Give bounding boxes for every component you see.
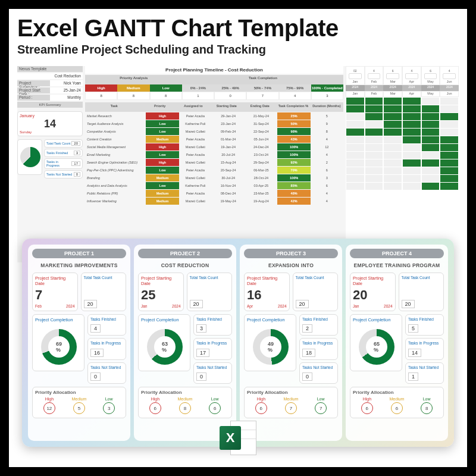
finished-label: Tasks Finished bbox=[196, 317, 229, 322]
gantt-row bbox=[346, 152, 459, 159]
cell-completion: 92% bbox=[277, 159, 310, 166]
priority-med-label: Medium bbox=[117, 84, 149, 92]
project-card: PROJECT 3 EXPANSION INTO Project Startin… bbox=[240, 245, 342, 441]
plan-title: Project Planning Timeline - Cost Reducti… bbox=[85, 66, 343, 74]
task-table: Task Priority Assigned to Starting Date … bbox=[85, 102, 343, 205]
completion-panel: Project Completion 69% bbox=[32, 314, 84, 371]
supervisor-value[interactable]: Nick Yoan bbox=[50, 80, 83, 86]
cell-priority: High bbox=[146, 112, 178, 120]
period-value[interactable]: Monthly bbox=[50, 95, 83, 101]
gantt-row bbox=[346, 144, 459, 151]
finished-panel: Tasks Finished3 bbox=[193, 314, 232, 336]
start-day: 16 bbox=[247, 286, 287, 304]
card-subtitle: COST REDUCTION bbox=[138, 261, 232, 270]
completion-donut-mini bbox=[17, 139, 42, 175]
table-row[interactable]: Pay-Per-Click (PPC) Advertising Low Pete… bbox=[85, 167, 343, 174]
pa-high-label: High bbox=[149, 397, 161, 401]
notstarted-label: Tasks Not Started bbox=[90, 365, 123, 370]
cell-end: 21-May-24 bbox=[245, 112, 277, 120]
cell-start: 19-Jan-24 bbox=[212, 143, 245, 151]
cell-end: 03-Apr-25 bbox=[245, 182, 277, 189]
compl-count-3: 4 bbox=[279, 92, 311, 100]
gantt-month-cell: 4Jun bbox=[440, 66, 459, 85]
cell-end: 06-Mar-25 bbox=[245, 167, 277, 174]
cell-start: 09-Feb-24 bbox=[212, 128, 245, 135]
col-end: Ending Date bbox=[243, 102, 277, 112]
start-date-value[interactable]: 25-Jan-24 bbox=[50, 87, 83, 93]
gantt-year-cell: 2024 bbox=[383, 85, 402, 91]
template-name-label: Nexus Template bbox=[17, 66, 83, 72]
progress-label: Tasks in Progress bbox=[408, 341, 441, 346]
total-task-n: 20 bbox=[402, 300, 415, 308]
compl-count-2: 7 bbox=[246, 92, 278, 100]
cell-completion: 100% bbox=[277, 174, 310, 181]
start-year: 2024 bbox=[66, 304, 74, 308]
completion-bucket-3: 75% - 99% bbox=[279, 84, 311, 92]
cell-end: 19-Aug-24 bbox=[245, 198, 277, 205]
table-row[interactable]: Target Audience Analysis Low Katherine P… bbox=[85, 120, 343, 127]
gantt-month2-cell: Jan bbox=[346, 91, 365, 97]
gantt-row bbox=[346, 98, 459, 105]
pa-low-label: Low bbox=[209, 397, 221, 401]
cell-assigned: Peter Acadia bbox=[179, 151, 212, 158]
progress-panel: Tasks in Progress17 bbox=[193, 338, 232, 359]
cell-end: 31-Sep-24 bbox=[245, 120, 277, 127]
priority-low-label: Low bbox=[150, 84, 182, 92]
gantt-row bbox=[346, 113, 459, 120]
cell-end: 24-Dec-24 bbox=[245, 143, 277, 151]
cell-start: 01-Mar-24 bbox=[212, 136, 245, 143]
priority-med-n: 8 bbox=[117, 92, 149, 100]
col-dur: Duration (Months) bbox=[310, 102, 343, 112]
cell-duration: 12 bbox=[311, 143, 343, 151]
cell-task: Public Relations (PR) bbox=[85, 190, 146, 197]
cell-priority: Low bbox=[146, 128, 178, 135]
cell-completion: 50% bbox=[277, 120, 310, 127]
pa-low-label: Low bbox=[421, 397, 433, 401]
completion-donut: 63% bbox=[147, 329, 183, 365]
completion-donut: 65% bbox=[359, 329, 394, 365]
priority-alloc-title: Priority Allocation bbox=[141, 390, 229, 395]
notstarted-n: 0 bbox=[302, 372, 312, 381]
date-day: 14 bbox=[20, 118, 80, 130]
completion-donut: 49% bbox=[253, 329, 289, 365]
completion-bucket-0: 0% - 24% bbox=[182, 84, 214, 92]
pa-med-n: 8 bbox=[179, 402, 191, 414]
gantt-year-cell: 2024 bbox=[365, 85, 384, 91]
progress-label: Tasks in Progress bbox=[302, 341, 335, 346]
kpi-mini-boxes: Total Task Count20 Tasks Finished3 Tasks… bbox=[44, 139, 83, 178]
start-day: 25 bbox=[141, 286, 181, 304]
table-row[interactable]: Public Relations (PR) Medium Peter Acadi… bbox=[85, 190, 343, 197]
table-row[interactable]: Social Media Management High Mazeti Coll… bbox=[85, 143, 343, 151]
table-row[interactable]: Influencer Marketing Medium Mazeti Colle… bbox=[85, 198, 343, 205]
card-head: PROJECT 2 bbox=[138, 249, 232, 258]
template-name-value[interactable]: Cost Reduction bbox=[17, 73, 83, 79]
cell-start: 29-Jan-24 bbox=[212, 112, 245, 120]
table-row[interactable]: Search Engine Optimization (SEO) High Ma… bbox=[85, 159, 343, 166]
cell-priority: Low bbox=[146, 120, 178, 127]
pa-low-n: 7 bbox=[315, 402, 327, 414]
cell-assigned: Mazeti Colleti bbox=[179, 174, 212, 181]
table-row[interactable]: Content Creation Medium Peter Acadia 01-… bbox=[85, 136, 343, 143]
cell-task: Market Research bbox=[85, 112, 146, 120]
kpi-total-n: 20 bbox=[71, 141, 80, 146]
sheet-mid-column: Project Planning Timeline - Cost Reducti… bbox=[85, 66, 343, 262]
start-date-label: Project Start Date : bbox=[17, 87, 50, 93]
table-row[interactable]: Branding Medium Mazeti Colleti 30-Jul-24… bbox=[85, 174, 343, 181]
cell-task: Target Audience Analysis bbox=[85, 120, 146, 127]
finished-n: 5 bbox=[408, 324, 418, 333]
cell-task: Pay-Per-Click (PPC) Advertising bbox=[85, 167, 146, 174]
table-row[interactable]: Email Marketing Low Peter Acadia 20-Jul-… bbox=[85, 151, 343, 158]
notstarted-panel: Tasks Not Started1 bbox=[405, 362, 444, 384]
table-row[interactable]: Competitor Analysis Low Mazeti Colleti 0… bbox=[85, 128, 343, 135]
cell-completion: 100% bbox=[277, 151, 310, 158]
table-row[interactable]: Analytics and Data Analysis Low Katherin… bbox=[85, 182, 343, 189]
cell-start: 20-Sep-24 bbox=[212, 167, 245, 174]
card-subtitle: MARKETING IMPROVEMENTS bbox=[32, 261, 126, 270]
table-row[interactable]: Market Research High Peter Acadia 29-Jan… bbox=[85, 112, 343, 120]
finished-panel: Tasks Finished4 bbox=[87, 314, 126, 336]
cell-priority: Low bbox=[146, 182, 178, 189]
gantt-row bbox=[346, 167, 459, 174]
task-completion-head: Task Completion bbox=[183, 75, 343, 84]
gantt-row bbox=[346, 129, 459, 136]
gantt-row bbox=[346, 175, 459, 182]
